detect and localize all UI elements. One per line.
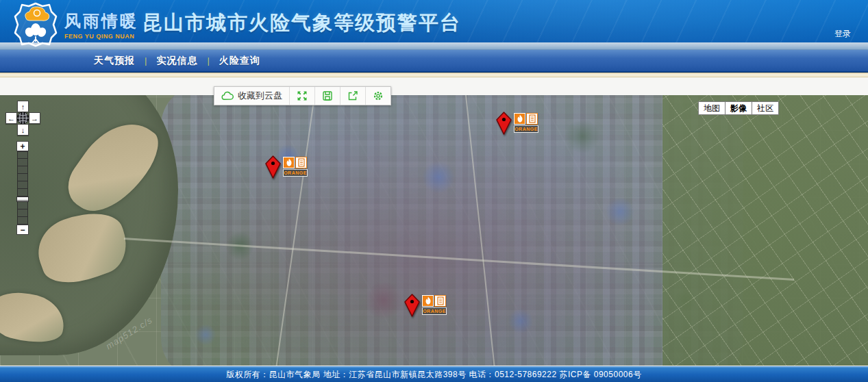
share-button[interactable] — [340, 87, 366, 105]
fire-warning-marker[interactable]: ORANGE — [496, 112, 538, 135]
save-button[interactable] — [315, 87, 340, 105]
warning-badge-group[interactable]: ORANGE — [422, 295, 447, 315]
footer: 版权所有：昆山市气象局 地址：江苏省昆山市新镇昆太路398号 电话：0512-5… — [0, 366, 868, 382]
cloud-icon — [221, 91, 234, 101]
nav-item-weather-forecast[interactable]: 天气预报 — [94, 55, 135, 67]
zoom-slider-track[interactable] — [17, 151, 28, 225]
map-container[interactable]: map512.c/s 收藏到云盘 — [0, 95, 868, 366]
nav-item-live-info[interactable]: 实况信息 — [156, 55, 197, 67]
flame-icon[interactable] — [283, 157, 295, 168]
fullscreen-icon — [297, 90, 308, 101]
report-icon[interactable] — [295, 157, 307, 168]
main-nav: 天气预报 | 实况信息 | 火险查询 — [0, 50, 868, 73]
zoom-in-button[interactable]: + — [16, 141, 29, 151]
map-type-map-button[interactable]: 地图 — [698, 101, 726, 115]
fire-warning-marker[interactable]: ORANGE — [404, 294, 447, 317]
map-pin-icon[interactable] — [404, 294, 420, 317]
map-type-imagery-button[interactable]: 影像 — [725, 101, 752, 115]
map-zoom-control: + − — [16, 141, 29, 235]
fire-warning-marker[interactable]: ORANGE — [265, 155, 308, 179]
logo-title-en: FENG YU QING NUAN — [64, 33, 138, 40]
zoom-level-segment[interactable] — [17, 209, 28, 217]
cloud-flower-logo-icon — [14, 2, 58, 47]
warning-level-label: ORANGE — [422, 307, 447, 315]
content-divider — [0, 73, 868, 77]
zoom-level-segment[interactable] — [17, 189, 28, 196]
nav-separator: | — [207, 55, 209, 66]
map-pin-icon[interactable] — [496, 112, 512, 135]
pan-left-button[interactable]: ← — [5, 112, 17, 124]
zoom-level-segment[interactable] — [17, 166, 28, 174]
fullscreen-button[interactable] — [290, 87, 315, 105]
logo-title-cn: 风雨情暖 — [64, 10, 138, 32]
warning-badge-group[interactable]: ORANGE — [283, 157, 308, 177]
map-type-community-button[interactable]: 社区 — [752, 101, 779, 115]
map-type-switcher: 地图 影像 社区 — [699, 101, 779, 115]
warning-level-label: ORANGE — [514, 125, 538, 133]
share-icon — [347, 90, 358, 101]
brand: 风雨情暖 FENG YU QING NUAN — [14, 2, 138, 47]
map-pan-control: ↑ ← → ↓ — [5, 101, 41, 136]
map-pin-icon[interactable] — [265, 155, 281, 179]
flame-icon[interactable] — [422, 295, 434, 307]
nav-item-fire-risk-query[interactable]: 火险查询 — [219, 55, 260, 67]
zoom-level-segment[interactable] — [17, 151, 28, 159]
logo-text: 风雨情暖 FENG YU QING NUAN — [64, 10, 138, 40]
warning-level-label: ORANGE — [283, 169, 308, 177]
report-icon[interactable] — [526, 113, 538, 125]
zoom-level-segment[interactable] — [17, 217, 28, 225]
pan-up-button[interactable]: ↑ — [17, 101, 29, 112]
map-farmland-area — [662, 95, 868, 366]
page-title: 昆山市城市火险气象等级预警平台 — [142, 10, 461, 37]
page: 风雨情暖 FENG YU QING NUAN 昆山市城市火险气象等级预警平台 登… — [0, 0, 868, 382]
pan-right-button[interactable]: → — [29, 112, 40, 124]
zoom-level-segment[interactable] — [17, 202, 28, 209]
settings-icon — [373, 90, 384, 101]
save-to-cloud-label: 收藏到云盘 — [238, 90, 282, 102]
satellite-imagery[interactable]: map512.c/s — [0, 95, 868, 366]
globe-icon[interactable] — [16, 112, 29, 125]
zoom-level-segment[interactable] — [17, 159, 28, 166]
report-icon[interactable] — [434, 295, 446, 307]
header: 风雨情暖 FENG YU QING NUAN 昆山市城市火险气象等级预警平台 登… — [0, 0, 868, 42]
zoom-level-segment[interactable] — [17, 174, 28, 181]
flame-icon[interactable] — [514, 113, 525, 125]
zoom-slider-handle[interactable] — [16, 196, 29, 202]
copyright-text: 版权所有：昆山市气象局 地址：江苏省昆山市新镇昆太路398号 电话：0512-5… — [226, 369, 641, 381]
page-background-gap — [0, 77, 868, 95]
zoom-out-button[interactable]: − — [16, 225, 29, 235]
save-to-cloud-button[interactable]: 收藏到云盘 — [214, 87, 290, 105]
zoom-level-segment[interactable] — [17, 181, 28, 189]
pan-down-button[interactable]: ↓ — [17, 124, 29, 136]
warning-badge-group[interactable]: ORANGE — [514, 113, 538, 133]
settings-button[interactable] — [366, 87, 390, 105]
nav-separator: | — [145, 55, 147, 66]
map-toolbar: 收藏到云盘 — [214, 86, 391, 105]
save-icon — [322, 90, 333, 101]
login-link[interactable]: 登录 — [834, 28, 851, 40]
